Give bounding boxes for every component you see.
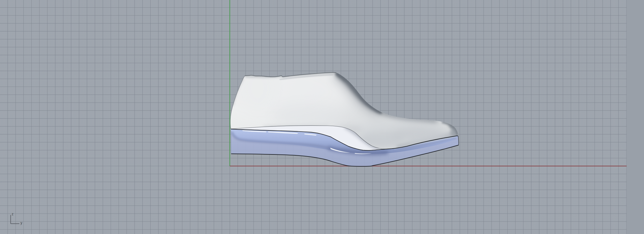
svg-text:y: y	[20, 221, 22, 225]
svg-text:z: z	[12, 212, 13, 216]
